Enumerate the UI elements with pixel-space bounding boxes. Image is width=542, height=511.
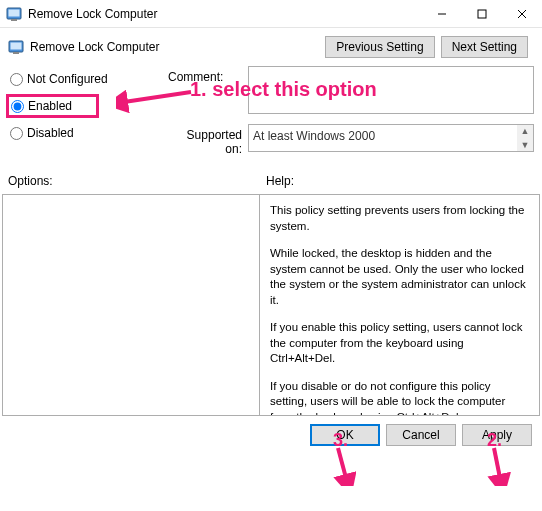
- supported-on-value: At least Windows 2000: [253, 129, 375, 143]
- minimize-button[interactable]: [422, 0, 462, 28]
- options-pane: [2, 194, 260, 416]
- config-area: Not Configured Enabled Disabled Comment:…: [0, 64, 542, 162]
- svg-rect-8: [11, 43, 22, 50]
- svg-rect-2: [11, 19, 17, 21]
- cancel-button[interactable]: Cancel: [386, 424, 456, 446]
- radio-not-configured-input[interactable]: [10, 73, 23, 86]
- help-paragraph: If you disable or do not configure this …: [270, 379, 529, 416]
- comment-textarea[interactable]: [248, 66, 534, 114]
- previous-setting-button[interactable]: Previous Setting: [325, 36, 434, 58]
- header-row: Remove Lock Computer Previous Setting Ne…: [0, 28, 542, 64]
- scrollbar[interactable]: ▲▼: [517, 125, 533, 151]
- help-pane: This policy setting prevents users from …: [260, 194, 540, 416]
- help-paragraph: If you enable this policy setting, users…: [270, 320, 529, 367]
- help-paragraph: This policy setting prevents users from …: [270, 203, 529, 234]
- state-radio-group: Not Configured Enabled Disabled: [8, 66, 168, 162]
- options-label: Options:: [8, 174, 266, 188]
- supported-on-label: Supported on:: [168, 124, 248, 156]
- radio-not-configured[interactable]: Not Configured: [10, 72, 168, 86]
- policy-caption: Remove Lock Computer: [30, 40, 325, 54]
- radio-enabled-label: Enabled: [28, 99, 72, 113]
- title-bar: Remove Lock Computer: [0, 0, 542, 28]
- radio-disabled-label: Disabled: [27, 126, 74, 140]
- close-button[interactable]: [502, 0, 542, 28]
- svg-rect-4: [478, 10, 486, 18]
- svg-rect-1: [9, 9, 20, 16]
- apply-button[interactable]: Apply: [462, 424, 532, 446]
- section-labels: Options: Help:: [0, 174, 542, 188]
- radio-not-configured-label: Not Configured: [27, 72, 108, 86]
- radio-enabled-input[interactable]: [11, 100, 24, 113]
- panes: This policy setting prevents users from …: [0, 194, 542, 416]
- radio-disabled-input[interactable]: [10, 127, 23, 140]
- maximize-button[interactable]: [462, 0, 502, 28]
- supported-on-box: At least Windows 2000 ▲▼: [248, 124, 534, 152]
- radio-enabled[interactable]: Enabled: [11, 99, 72, 113]
- annotation-highlight-box: Enabled: [6, 94, 99, 118]
- svg-rect-9: [13, 52, 19, 54]
- next-setting-button[interactable]: Next Setting: [441, 36, 528, 58]
- policy-icon: [8, 39, 24, 55]
- help-paragraph: While locked, the desktop is hidden and …: [270, 246, 529, 308]
- dialog-footer: OK Cancel Apply: [0, 416, 542, 454]
- radio-disabled[interactable]: Disabled: [10, 126, 168, 140]
- app-icon: [6, 6, 22, 22]
- ok-button[interactable]: OK: [310, 424, 380, 446]
- comment-label: Comment:: [168, 66, 248, 84]
- help-label: Help:: [266, 174, 294, 188]
- window-title: Remove Lock Computer: [28, 7, 422, 21]
